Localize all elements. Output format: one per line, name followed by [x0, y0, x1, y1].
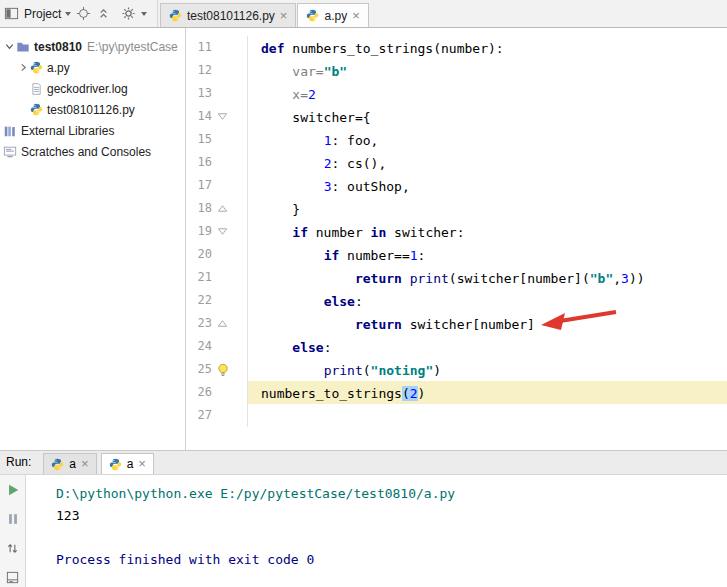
editor-tab-a.py[interactable]: a.py× — [297, 3, 368, 27]
gutter-marker[interactable] — [212, 220, 247, 243]
code-line-13[interactable]: 13 x=2 — [186, 82, 727, 105]
gutter-marker[interactable] — [212, 358, 247, 381]
editor-gutter[interactable]: 20 — [186, 243, 248, 266]
editor-tab-test08101126.py[interactable]: test08101126.py× — [160, 3, 296, 27]
line-number[interactable]: 21 — [186, 266, 212, 289]
console-window-icon[interactable] — [4, 568, 22, 586]
tree-item-test0810[interactable]: test0810E:\py\pytestCase — [0, 36, 185, 57]
code-area[interactable]: numbers_to_strings(2) — [248, 381, 727, 404]
editor-gutter[interactable]: 24 — [186, 335, 248, 358]
line-number[interactable]: 13 — [186, 82, 212, 105]
code-area[interactable] — [248, 404, 727, 427]
editor-gutter[interactable]: 17 — [186, 174, 248, 197]
locate-file-icon[interactable] — [76, 5, 91, 23]
gutter-marker[interactable] — [212, 174, 247, 197]
close-icon[interactable]: × — [280, 11, 288, 21]
tree-item-geckodriver.log[interactable]: geckodriver.log — [0, 78, 185, 99]
code-line-27[interactable]: 27 — [186, 404, 727, 427]
tree-item-test08101126.py[interactable]: test08101126.py — [0, 99, 185, 120]
code-area[interactable]: 2: cs(), — [248, 151, 727, 174]
editor-gutter[interactable]: 15 — [186, 128, 248, 151]
editor-gutter[interactable]: 21 — [186, 266, 248, 289]
editor-gutter[interactable]: 19 — [186, 220, 248, 243]
code-line-16[interactable]: 16 2: cs(), — [186, 151, 727, 174]
settings-gear-icon[interactable] — [121, 5, 136, 23]
gutter-marker[interactable] — [212, 128, 247, 151]
editor-gutter[interactable]: 12 — [186, 59, 248, 82]
code-area[interactable]: return print(switcher[number]("b",3)) — [248, 266, 727, 289]
gutter-marker[interactable] — [212, 105, 247, 128]
code-area[interactable]: return switcher[number] — [248, 312, 727, 335]
code-line-12[interactable]: 12 var="b" — [186, 59, 727, 82]
editor-gutter[interactable]: 11 — [186, 36, 248, 59]
code-area[interactable]: var="b" — [248, 59, 727, 82]
line-number[interactable]: 22 — [186, 289, 212, 312]
code-editor[interactable]: 11def numbers_to_strings(number):12 var=… — [186, 28, 727, 450]
code-area[interactable]: switcher={ — [248, 105, 727, 128]
collapse-all-icon[interactable] — [96, 5, 111, 23]
code-line-18[interactable]: 18 } — [186, 197, 727, 220]
line-number[interactable]: 27 — [186, 404, 212, 427]
line-number[interactable]: 19 — [186, 220, 212, 243]
line-number[interactable]: 20 — [186, 243, 212, 266]
gutter-marker[interactable] — [212, 404, 247, 427]
code-line-15[interactable]: 15 1: foo, — [186, 128, 727, 151]
code-area[interactable]: 3: outShop, — [248, 174, 727, 197]
gutter-marker[interactable] — [212, 82, 247, 105]
code-area[interactable]: print("noting") — [248, 358, 727, 381]
code-line-23[interactable]: 23 return switcher[number] — [186, 312, 727, 335]
editor-gutter[interactable]: 18 — [186, 197, 248, 220]
pause-output-icon[interactable] — [4, 510, 22, 528]
editor-gutter[interactable]: 26 — [186, 381, 248, 404]
gutter-marker[interactable] — [212, 151, 247, 174]
run-tab-a[interactable]: a× — [101, 453, 154, 474]
code-area[interactable]: 1: foo, — [248, 128, 727, 151]
code-line-21[interactable]: 21 return print(switcher[number]("b",3)) — [186, 266, 727, 289]
code-area[interactable]: } — [248, 197, 727, 220]
tree-item-scratches-and-consoles[interactable]: Scratches and Consoles — [0, 141, 185, 162]
code-line-25[interactable]: 25 print("noting") — [186, 358, 727, 381]
code-line-11[interactable]: 11def numbers_to_strings(number): — [186, 36, 727, 59]
tree-item-a.py[interactable]: a.py — [0, 57, 185, 78]
close-icon[interactable]: × — [352, 11, 360, 21]
restore-layout-icon[interactable] — [4, 539, 22, 557]
code-line-17[interactable]: 17 3: outShop, — [186, 174, 727, 197]
code-area[interactable]: if number==1: — [248, 243, 727, 266]
code-area[interactable]: x=2 — [248, 82, 727, 105]
line-number[interactable]: 16 — [186, 151, 212, 174]
code-area[interactable]: if number in switcher: — [248, 220, 727, 243]
gutter-marker[interactable] — [212, 197, 247, 220]
line-number[interactable]: 23 — [186, 312, 212, 335]
gutter-marker[interactable] — [212, 36, 247, 59]
line-number[interactable]: 14 — [186, 105, 212, 128]
line-number[interactable]: 24 — [186, 335, 212, 358]
editor-gutter[interactable]: 16 — [186, 151, 248, 174]
gutter-marker[interactable] — [212, 312, 247, 335]
code-line-14[interactable]: 14 switcher={ — [186, 105, 727, 128]
close-icon[interactable]: × — [138, 459, 146, 469]
editor-gutter[interactable]: 27 — [186, 404, 248, 427]
line-number[interactable]: 12 — [186, 59, 212, 82]
tree-item-external-libraries[interactable]: External Libraries — [0, 120, 185, 141]
code-line-22[interactable]: 22 else: — [186, 289, 727, 312]
code-area[interactable]: else: — [248, 289, 727, 312]
gutter-marker[interactable] — [212, 243, 247, 266]
rerun-button[interactable] — [4, 481, 22, 499]
gutter-marker[interactable] — [212, 59, 247, 82]
gutter-marker[interactable] — [212, 266, 247, 289]
editor-gutter[interactable]: 23 — [186, 312, 248, 335]
code-area[interactable]: else: — [248, 335, 727, 358]
code-line-24[interactable]: 24 else: — [186, 335, 727, 358]
gutter-marker[interactable] — [212, 335, 247, 358]
line-number[interactable]: 26 — [186, 381, 212, 404]
project-tool-window-icon[interactable] — [4, 5, 19, 23]
close-icon[interactable]: × — [81, 459, 89, 469]
gutter-marker[interactable] — [212, 381, 247, 404]
line-number[interactable]: 18 — [186, 197, 212, 220]
editor-gutter[interactable]: 13 — [186, 82, 248, 105]
code-line-20[interactable]: 20 if number==1: — [186, 243, 727, 266]
code-line-19[interactable]: 19 if number in switcher: — [186, 220, 727, 243]
code-line-26[interactable]: 26numbers_to_strings(2) — [186, 381, 727, 404]
line-number[interactable]: 17 — [186, 174, 212, 197]
editor-gutter[interactable]: 22 — [186, 289, 248, 312]
